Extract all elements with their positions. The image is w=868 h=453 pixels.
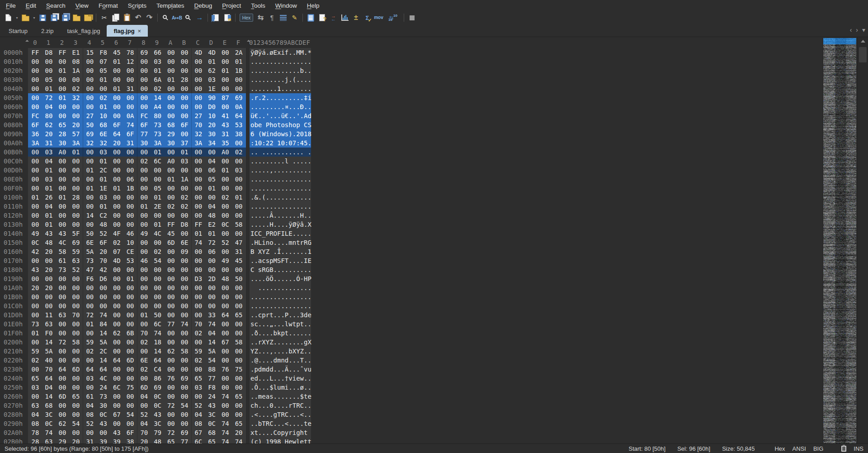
hex-byte[interactable]: 61	[56, 256, 69, 265]
hex-byte[interactable]: 04	[205, 157, 219, 166]
hex-byte[interactable]: 00	[165, 383, 178, 392]
hex-byte[interactable]: 00	[219, 356, 232, 365]
hex-byte[interactable]: 00	[178, 256, 191, 265]
hex-byte[interactable]: 00	[192, 310, 205, 319]
hex-byte[interactable]: 58	[232, 220, 245, 229]
hex-byte[interactable]: D3	[192, 274, 205, 283]
hex-byte[interactable]: 00	[137, 265, 151, 274]
hex-byte[interactable]: 00	[123, 347, 137, 356]
hex-byte[interactable]: 00	[178, 419, 191, 428]
ascii-text[interactable]: ..cprt...P...3de	[250, 310, 311, 319]
hex-byte[interactable]: 00	[165, 365, 178, 374]
hex-byte[interactable]: 6E	[83, 238, 97, 247]
hex-byte[interactable]: 03	[178, 157, 191, 166]
hex-byte[interactable]: 00	[165, 292, 178, 301]
hex-byte[interactable]: 00	[56, 175, 69, 184]
hex-byte[interactable]: 00	[69, 329, 83, 338]
hex-byte[interactable]: 00	[232, 138, 245, 148]
open-file-icon[interactable]	[20, 12, 31, 24]
hex-byte[interactable]: 00	[219, 184, 232, 193]
hex-byte[interactable]: 02	[151, 84, 165, 93]
tab-2-zip[interactable]: 2.zip	[34, 25, 60, 37]
hex-byte[interactable]: 02	[137, 338, 151, 347]
hex-byte[interactable]: 00	[123, 66, 137, 75]
hex-byte[interactable]: 52	[97, 229, 110, 238]
hex-byte[interactable]: 00	[232, 157, 245, 166]
hex-byte[interactable]: 73	[28, 319, 42, 329]
hex-byte[interactable]: 62	[56, 419, 69, 428]
hex-byte[interactable]: 00	[56, 184, 69, 193]
hex-byte[interactable]: 59	[192, 347, 205, 356]
hex-byte[interactable]: 35	[219, 138, 232, 148]
hex-byte[interactable]: 00	[192, 75, 205, 84]
hex-byte[interactable]: 00	[219, 347, 232, 356]
hex-byte[interactable]: 76	[165, 374, 178, 383]
hex-byte[interactable]: 0C	[97, 410, 110, 419]
hex-byte[interactable]: 4D	[192, 48, 205, 57]
hex-byte[interactable]: 48	[151, 437, 165, 443]
hex-byte[interactable]: 00	[56, 157, 69, 166]
hex-byte[interactable]: 14	[205, 338, 219, 347]
save-as-icon[interactable]	[48, 12, 60, 24]
hex-byte[interactable]: 00	[165, 329, 178, 338]
hex-byte[interactable]: 00	[219, 57, 232, 66]
hex-byte[interactable]: 00	[56, 347, 69, 356]
hex-byte[interactable]: 00	[205, 283, 219, 292]
hex-byte[interactable]: 00	[165, 111, 178, 120]
hex-byte[interactable]: 30	[97, 401, 110, 410]
hex-byte[interactable]: 00	[83, 102, 97, 111]
hex-byte[interactable]: 68	[42, 401, 56, 410]
hex-byte[interactable]: 00	[137, 374, 151, 383]
find-icon[interactable]	[160, 12, 171, 24]
hex-byte[interactable]: 00	[123, 319, 137, 329]
hex-byte[interactable]: 00	[69, 111, 83, 120]
hex-byte[interactable]: 00	[110, 283, 124, 292]
hex-byte[interactable]: 70	[137, 428, 151, 437]
hex-byte[interactable]: 00	[165, 247, 178, 256]
hex-byte[interactable]: 59	[69, 247, 83, 256]
hex-byte[interactable]: 00	[219, 301, 232, 310]
ascii-text[interactable]: B XYZ .Î.......1	[250, 247, 311, 256]
hex-byte[interactable]: 45	[165, 229, 178, 238]
hex-byte[interactable]: 00	[165, 166, 178, 175]
hex-byte[interactable]: 64	[151, 356, 165, 365]
hex-byte[interactable]: 00	[165, 148, 178, 157]
hex-byte[interactable]: 00	[28, 93, 42, 102]
hex-byte[interactable]: 00	[232, 383, 245, 392]
hex-byte[interactable]: A4	[151, 102, 165, 111]
hex-byte[interactable]: 00	[232, 202, 245, 211]
hex-byte[interactable]: 00	[110, 401, 124, 410]
hex-byte[interactable]: F0	[42, 329, 56, 338]
hex-byte[interactable]: 00	[219, 229, 232, 238]
hex-byte[interactable]: 00	[110, 175, 124, 184]
hex-byte[interactable]: 65	[28, 374, 42, 383]
hex-byte[interactable]: 00	[56, 292, 69, 301]
hex-byte[interactable]: 78	[28, 428, 42, 437]
hex-byte[interactable]: 00	[165, 57, 178, 66]
hex-byte[interactable]: 70	[137, 329, 151, 338]
hex-byte[interactable]: 00	[219, 175, 232, 184]
hex-byte[interactable]: 00	[232, 356, 245, 365]
hex-byte[interactable]: 69	[232, 93, 245, 102]
hex-byte[interactable]: 00	[123, 157, 137, 166]
hex-byte[interactable]: 01	[110, 184, 124, 193]
hex-byte[interactable]: 00	[69, 383, 83, 392]
hex-byte[interactable]: 00	[232, 319, 245, 329]
hex-byte[interactable]: 4C	[97, 374, 110, 383]
save-all-icon[interactable]	[60, 12, 71, 24]
hex-byte[interactable]: 3A	[151, 138, 165, 148]
hex-byte[interactable]: 6D	[123, 356, 137, 365]
hex-byte[interactable]: 01	[165, 175, 178, 184]
hex-byte[interactable]: 00	[205, 193, 219, 202]
hex-byte[interactable]: 64	[83, 365, 97, 374]
hex-byte[interactable]: 00	[110, 338, 124, 347]
ascii-text[interactable]: .......1........	[250, 84, 311, 93]
hex-byte[interactable]: 6F	[123, 129, 137, 138]
ascii-text[interactable]: .........j.(....	[250, 75, 311, 84]
hex-byte[interactable]: 01	[151, 66, 165, 75]
hex-byte[interactable]: 73	[83, 256, 97, 265]
hex-byte[interactable]: 00	[28, 220, 42, 229]
hex-byte[interactable]: 02	[137, 365, 151, 374]
hex-byte[interactable]: 53	[232, 120, 245, 129]
hex-byte[interactable]: 74	[205, 319, 219, 329]
